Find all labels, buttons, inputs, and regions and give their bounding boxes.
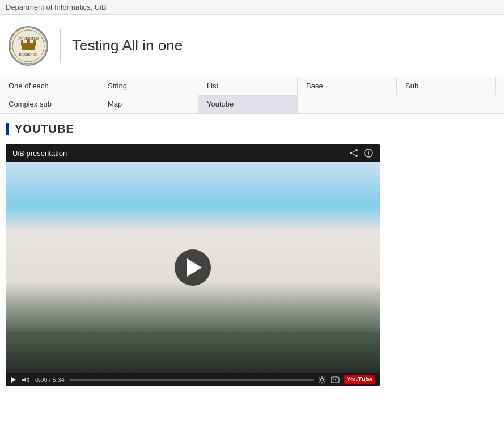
svg-point-10	[33, 40, 36, 42]
svg-marker-18	[11, 377, 16, 383]
svg-point-20	[320, 378, 323, 381]
tab-youtube[interactable]: Youtube	[198, 95, 298, 113]
section-indicator	[6, 123, 9, 135]
time-display: 0:00 / 5:34	[35, 376, 65, 383]
video-top-icons: i	[349, 149, 373, 158]
video-thumbnail[interactable]	[6, 162, 380, 373]
university-logo: UNIVERSITAS BERGENSIS	[9, 26, 48, 66]
settings-icon[interactable]	[318, 376, 326, 384]
play-button[interactable]	[175, 249, 211, 286]
main-content: YOUTUBE UiB presentation	[0, 114, 504, 395]
section-title: YOUTUBE	[15, 122, 74, 135]
tab-base[interactable]: Base	[298, 77, 397, 95]
youtube-logo: YouTube	[344, 375, 375, 384]
tab-list[interactable]: List	[198, 77, 298, 95]
play-pause-icon[interactable]	[10, 376, 17, 383]
play-triangle	[187, 258, 202, 277]
svg-point-8	[21, 40, 23, 42]
tab-map[interactable]: Map	[99, 95, 198, 113]
video-controls: 0:00 / 5:34 YouTube	[6, 373, 380, 386]
tab-one-of-each[interactable]: One of each	[0, 77, 99, 95]
progress-bar[interactable]	[69, 379, 314, 381]
video-title-bar: UiB presentation i	[6, 144, 380, 162]
svg-marker-19	[22, 377, 26, 383]
department-label: Department of Informatics, UiB	[6, 3, 107, 11]
svg-rect-5	[21, 41, 23, 46]
tab-string[interactable]: String	[99, 77, 198, 95]
section-header: YOUTUBE	[6, 122, 498, 135]
top-bar: Department of Informatics, UiB	[0, 0, 504, 15]
svg-rect-6	[27, 40, 30, 46]
svg-rect-7	[33, 41, 36, 46]
svg-text:i: i	[368, 150, 370, 156]
logo-svg: UNIVERSITAS BERGENSIS	[10, 27, 47, 65]
share-icon[interactable]	[349, 149, 358, 157]
header: UNIVERSITAS BERGENSIS Testing All in one	[0, 15, 504, 77]
cc-icon[interactable]	[331, 376, 340, 383]
svg-point-9	[27, 39, 29, 41]
svg-text:BERGENSIS: BERGENSIS	[19, 53, 38, 56]
page-title: Testing All in one	[72, 37, 183, 54]
tab-complex-sub[interactable]: Complex sub	[0, 95, 99, 113]
svg-line-15	[351, 153, 357, 156]
info-icon[interactable]: i	[364, 149, 373, 158]
header-divider	[60, 29, 61, 63]
volume-icon[interactable]	[22, 376, 31, 383]
crowd-area	[6, 282, 380, 373]
tab-sub[interactable]: Sub	[397, 77, 496, 95]
svg-line-14	[351, 150, 357, 153]
video-title: UiB presentation	[12, 149, 67, 158]
video-player: UiB presentation i	[6, 144, 380, 386]
nav-tabs: One of each String List Base Sub Complex…	[0, 77, 504, 114]
